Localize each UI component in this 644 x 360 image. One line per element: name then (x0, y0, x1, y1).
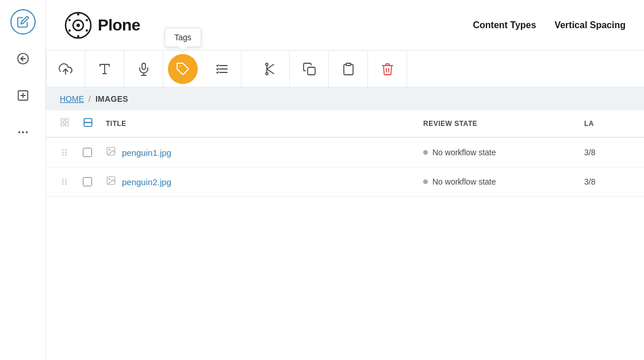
content-area: TITLE REVIEW STATE LA (46, 110, 644, 360)
row-title: penguin1.jpg (106, 146, 423, 159)
svg-point-10 (76, 24, 80, 27)
row-drag-handle[interactable] (60, 177, 83, 186)
list-btn[interactable] (202, 51, 241, 87)
svg-point-7 (25, 131, 28, 133)
svg-point-11 (77, 13, 79, 16)
microphone-btn[interactable] (124, 51, 163, 87)
svg-rect-36 (66, 118, 68, 121)
svg-point-40 (62, 150, 63, 151)
svg-point-45 (65, 154, 66, 155)
svg-rect-20 (142, 63, 145, 70)
table-row: penguin2.jpg No workflow state 3/8 (46, 167, 644, 197)
svg-point-15 (68, 29, 71, 32)
tags-tooltip: Tags (164, 28, 201, 47)
image-icon (106, 146, 116, 159)
copy-btn[interactable] (290, 51, 329, 87)
row-title-link[interactable]: penguin1.jpg (122, 148, 171, 158)
row-checkbox-input[interactable] (83, 177, 92, 186)
text-btn[interactable] (85, 51, 124, 87)
breadcrumb-separator: / (89, 94, 91, 104)
cut-btn[interactable] (251, 51, 290, 87)
breadcrumb: HOME / IMAGES (46, 87, 644, 110)
svg-point-42 (62, 154, 63, 155)
paste-btn[interactable] (329, 51, 368, 87)
drag-col-header (60, 117, 83, 130)
svg-point-13 (86, 29, 88, 32)
row-checkbox-input[interactable] (83, 148, 92, 157)
svg-point-16 (68, 19, 71, 21)
add-icon[interactable] (10, 83, 36, 108)
svg-rect-34 (61, 118, 64, 121)
row-checkbox[interactable] (83, 177, 106, 186)
header: Plone Content Types Vertical Spacing (46, 0, 644, 51)
image-file-icon (106, 146, 116, 156)
svg-rect-32 (308, 67, 315, 75)
review-state-col-header: REVIEW STATE (423, 120, 584, 128)
tags-btn-wrapper: Tags (163, 54, 202, 84)
toolbar: Tags (46, 51, 644, 87)
svg-point-55 (109, 178, 110, 179)
svg-point-49 (62, 181, 63, 182)
review-dot (423, 179, 428, 184)
more-icon[interactable] (10, 120, 36, 145)
svg-rect-33 (346, 63, 351, 66)
deselect-icon (83, 117, 93, 128)
table-header: TITLE REVIEW STATE LA (46, 110, 644, 138)
svg-point-47 (109, 149, 110, 150)
header-nav: Content Types Vertical Spacing (473, 20, 626, 30)
svg-rect-35 (61, 123, 64, 126)
breadcrumb-home-link[interactable]: HOME (60, 94, 84, 104)
plone-logo-icon (64, 12, 92, 39)
breadcrumb-current: IMAGES (95, 94, 128, 104)
row-review-state: No workflow state (423, 148, 584, 157)
svg-point-53 (65, 183, 66, 185)
row-last-date: 3/8 (584, 148, 630, 157)
row-title: penguin2.jpg (106, 175, 423, 188)
table-row: penguin1.jpg No workflow state 3/8 (46, 138, 644, 167)
review-state-text: No workflow state (432, 177, 496, 186)
svg-point-41 (62, 152, 63, 153)
review-dot (423, 150, 428, 155)
image-icon (106, 175, 116, 188)
delete-btn[interactable] (368, 51, 407, 87)
svg-point-5 (18, 131, 20, 133)
drag-dots-icon (60, 148, 69, 157)
review-state-text: No workflow state (432, 148, 496, 157)
svg-point-43 (65, 150, 66, 151)
svg-rect-37 (66, 123, 68, 126)
svg-point-48 (62, 179, 63, 180)
svg-point-12 (86, 19, 88, 21)
row-last-date: 3/8 (584, 177, 630, 186)
main-content: Plone Content Types Vertical Spacing (46, 0, 644, 360)
content-types-nav[interactable]: Content Types (473, 20, 536, 30)
edit-icon[interactable] (10, 9, 36, 35)
logo-area: Plone (64, 12, 473, 39)
row-title-link[interactable]: penguin2.jpg (122, 177, 171, 187)
upload-btn[interactable] (46, 51, 85, 87)
svg-point-50 (62, 183, 63, 185)
last-col-header: LA (584, 120, 630, 128)
check-col-header[interactable] (83, 117, 106, 130)
tags-btn[interactable] (168, 54, 198, 84)
row-checkbox[interactable] (83, 148, 106, 157)
title-col-header: TITLE (106, 120, 423, 128)
image-file-icon (106, 175, 116, 186)
vertical-spacing-nav[interactable]: Vertical Spacing (554, 20, 626, 30)
svg-point-14 (77, 35, 79, 37)
back-icon[interactable] (10, 46, 36, 71)
logo-text: Plone (98, 16, 140, 35)
sidebar (0, 0, 46, 360)
svg-point-6 (22, 131, 24, 133)
settings-icon (60, 117, 70, 128)
svg-point-51 (65, 179, 66, 180)
svg-point-52 (65, 181, 66, 182)
row-drag-handle[interactable] (60, 148, 83, 157)
svg-point-44 (65, 152, 66, 153)
drag-dots-icon (60, 177, 69, 186)
row-review-state: No workflow state (423, 177, 584, 186)
